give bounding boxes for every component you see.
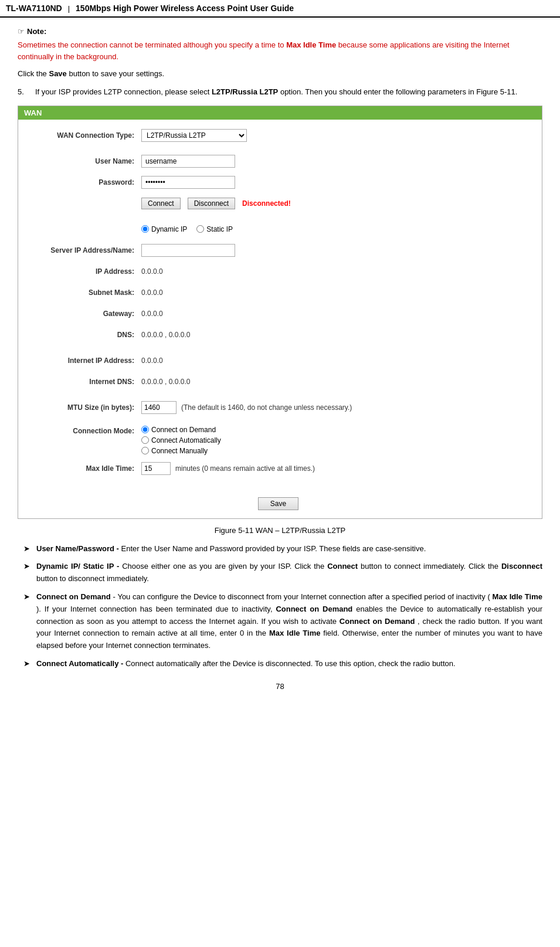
connect-manually-radio[interactable] (141, 447, 149, 454)
max-idle-note: minutes (0 means remain active at all ti… (175, 464, 315, 473)
connect-automatically-label: Connect Automatically (151, 436, 221, 444)
save-instruction: Click the Save button to save your setti… (18, 68, 542, 80)
save-text2: button to save your settings. (67, 69, 164, 78)
page-header: TL-WA7110ND | 150Mbps High Power Wireles… (0, 0, 560, 18)
bullet2-text3: button to disconnect immediately. (36, 574, 149, 583)
figure-caption: Figure 5-11 WAN – L2TP/Russia L2TP (18, 526, 542, 535)
bullet3-text1: You can configure the Device to disconne… (117, 592, 490, 601)
connect-button[interactable]: Connect (141, 198, 181, 209)
password-value (141, 176, 235, 189)
ip-address-label: IP Address: (24, 267, 141, 276)
internet-dns-value: 0.0.0.0 , 0.0.0.0 (141, 378, 190, 386)
bullet2-text1: Choose either one as you are given by yo… (122, 562, 327, 571)
page-number: 78 (18, 682, 542, 691)
dns-row: DNS: 0.0.0.0 , 0.0.0.0 (24, 327, 536, 342)
mtu-note: (The default is 1460, do not change unle… (181, 403, 352, 412)
disconnect-button[interactable]: Disconnect (188, 198, 235, 209)
server-ip-row: Server IP Address/Name: (24, 243, 536, 258)
ip-type-radios: Dynamic IP Static IP (141, 225, 233, 233)
page-wrapper: TL-WA7110ND | 150Mbps High Power Wireles… (0, 0, 560, 700)
bullet4-text: Connect automatically after the Device i… (125, 659, 456, 668)
gateway-label: Gateway: (24, 310, 141, 318)
header-separator: | (68, 4, 70, 13)
wan-connection-type-label: WAN Connection Type: (24, 131, 141, 140)
wan-body: WAN Connection Type: L2TP/Russia L2TP Us… (18, 120, 542, 518)
password-row: Password: (24, 175, 536, 190)
main-content: ☞ Note: Sometimes the connection cannot … (0, 18, 560, 700)
bullet-item-connect-demand: ➤ Connect on Demand - You can configure … (23, 591, 542, 652)
bullet-arrow-4: ➤ (23, 658, 36, 670)
mtu-row: MTU Size (in bytes): (The default is 146… (24, 400, 536, 415)
max-idle-row: Max Idle Time: minutes (0 means remain a… (24, 461, 536, 476)
bullet2-text2: button to connect immediately. Click the (361, 562, 501, 571)
subnet-mask-label: Subnet Mask: (24, 288, 141, 297)
note-line: ☞ Note: (18, 27, 542, 36)
password-input[interactable] (141, 176, 235, 189)
static-ip-item: Static IP (196, 225, 233, 233)
static-ip-radio[interactable] (196, 225, 204, 233)
bullet-arrow-1: ➤ (23, 543, 36, 555)
note-text: Sometimes the connection cannot be termi… (18, 39, 542, 62)
bullet3-max-idle: Max Idle Time (493, 592, 542, 601)
internet-dns-label: Internet DNS: (24, 378, 141, 386)
wan-connection-type-select[interactable]: L2TP/Russia L2TP (141, 129, 247, 142)
dns-label: DNS: (24, 331, 141, 339)
bullet2-bold: Dynamic IP/ Static IP - (36, 562, 119, 571)
subnet-mask-value: 0.0.0.0 (141, 288, 163, 297)
bullet-content-4: Connect Automatically - Connect automati… (36, 658, 456, 670)
step5-text: If your ISP provides L2TP connection, pl… (35, 86, 517, 99)
save-bold: Save (49, 69, 66, 78)
save-button[interactable]: Save (258, 497, 298, 510)
page-title: 150Mbps High Power Wireless Access Point… (76, 4, 294, 13)
connect-on-demand-item: Connect on Demand (141, 426, 221, 434)
mtu-input[interactable] (141, 401, 177, 414)
save-row: Save (24, 497, 536, 510)
internet-ip-row: Internet IP Address: 0.0.0.0 (24, 353, 536, 368)
internet-dns-row: Internet DNS: 0.0.0.0 , 0.0.0.0 (24, 374, 536, 389)
server-ip-value (141, 244, 235, 257)
connect-on-demand-radio[interactable] (141, 426, 149, 433)
subnet-mask-row: Subnet Mask: 0.0.0.0 (24, 285, 536, 300)
bullet-content-1: User Name/Password - Enter the User Name… (36, 543, 426, 555)
connect-automatically-item: Connect Automatically (141, 436, 221, 444)
bullet4-bold: Connect Automatically - (36, 659, 123, 668)
server-ip-input[interactable] (141, 244, 235, 257)
ip-address-row: IP Address: 0.0.0.0 (24, 264, 536, 279)
bullet-arrow-2: ➤ (23, 561, 36, 585)
step5-number: 5. (18, 86, 35, 99)
bullet2-connect: Connect (327, 562, 358, 571)
note-text-part1: Sometimes the connection cannot be termi… (18, 40, 286, 49)
connect-automatically-radio[interactable] (141, 436, 149, 444)
connection-mode-options: Connect on Demand Connect Automatically … (141, 426, 221, 455)
connection-mode-row: Connection Mode: Connect on Demand Conne… (24, 426, 536, 455)
server-ip-label: Server IP Address/Name: (24, 246, 141, 254)
step5: 5. If your ISP provides L2TP connection,… (18, 86, 542, 99)
connect-row: Connect Disconnect Disconnected! (24, 196, 536, 211)
wan-connection-type-value: L2TP/Russia L2TP (141, 129, 247, 142)
max-idle-label: Max Idle Time: (24, 464, 141, 473)
gateway-row: Gateway: 0.0.0.0 (24, 306, 536, 321)
password-label: Password: (24, 178, 141, 186)
bullet-content-2: Dynamic IP/ Static IP - Choose either on… (36, 561, 542, 585)
wan-box: WAN WAN Connection Type: L2TP/Russia L2T… (18, 106, 542, 519)
max-idle-input[interactable] (141, 462, 171, 475)
dynamic-ip-radio[interactable] (141, 225, 149, 233)
note-label: Note: (27, 27, 46, 36)
brand-name: TL-WA7110ND (6, 4, 62, 13)
note-icon: ☞ (18, 27, 25, 36)
ip-type-row: Dynamic IP Static IP (24, 222, 536, 237)
static-ip-label: Static IP (206, 225, 233, 233)
user-name-input[interactable] (141, 155, 235, 168)
bullet1-bold: User Name/Password - (36, 544, 119, 553)
bullet3-bold: Connect on Demand (36, 592, 111, 601)
user-name-row: User Name: (24, 154, 536, 169)
internet-ip-value: 0.0.0.0 (141, 357, 163, 365)
bullet2-disconnect: Disconnect (501, 562, 542, 571)
user-name-label: User Name: (24, 157, 141, 165)
bullet3-cod2: Connect on Demand (340, 617, 415, 626)
user-name-value (141, 155, 235, 168)
gateway-value: 0.0.0.0 (141, 310, 163, 318)
wan-header: WAN (18, 106, 542, 120)
dynamic-ip-item: Dynamic IP (141, 225, 187, 233)
bullet-list: ➤ User Name/Password - Enter the User Na… (23, 543, 542, 670)
